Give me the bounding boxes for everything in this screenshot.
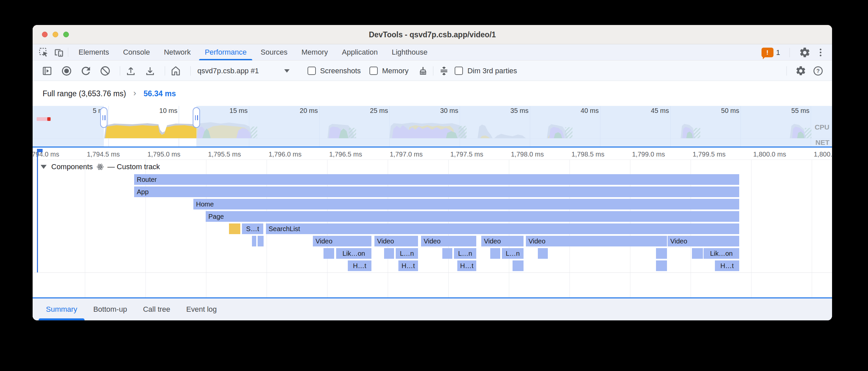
flame-bar-page[interactable]: Page: [206, 211, 739, 222]
flame-bar[interactable]: [323, 248, 334, 259]
memory-checkbox[interactable]: [369, 66, 378, 75]
ruler-tick-label: 1,796.0 ms: [269, 150, 302, 158]
flame-bar-video[interactable]: Video: [421, 236, 476, 247]
detail-time-ruler: 1,794.0 ms1,794.5 ms1,795.0 ms1,795.5 ms…: [33, 147, 832, 160]
flame-bar-home[interactable]: Home: [193, 199, 739, 209]
flame-bar-likon[interactable]: Lik…on: [336, 248, 371, 259]
capture-settings-gear-icon[interactable]: [795, 65, 807, 77]
tab-application[interactable]: Application: [335, 44, 385, 60]
devtools-tabbar: ElementsConsoleNetworkPerformanceSources…: [33, 44, 832, 61]
upload-profile-icon[interactable]: [125, 65, 137, 77]
components-track-header[interactable]: Components — Custom track: [41, 163, 160, 171]
flame-bar-ht[interactable]: H…t: [457, 260, 476, 271]
window-handle-right[interactable]: [193, 107, 200, 128]
download-profile-icon[interactable]: [144, 65, 156, 77]
minimap-tick-label: 55 ms: [777, 107, 809, 115]
flame-bar-ht[interactable]: H…t: [348, 260, 371, 271]
bottom-tab-summary[interactable]: Summary: [38, 298, 85, 320]
svg-text:?: ?: [816, 68, 820, 74]
memory-checkbox-group[interactable]: Memory: [369, 66, 408, 75]
window-handle-left[interactable]: [100, 107, 107, 128]
clear-icon[interactable]: [99, 65, 111, 77]
issues-count: 1: [776, 48, 780, 57]
toggle-sidebar-icon[interactable]: [41, 65, 53, 77]
screenshots-checkbox[interactable]: [308, 66, 316, 75]
screenshots-checkbox-group[interactable]: Screenshots: [308, 66, 361, 75]
selected-range-crumb[interactable]: 56.34 ms: [144, 89, 176, 98]
tab-sources[interactable]: Sources: [254, 44, 294, 60]
settings-gear-icon[interactable]: [799, 47, 810, 58]
flame-bar-ht[interactable]: H…t: [715, 260, 739, 271]
bottom-tabbar: SummaryBottom-upCall treeEvent log: [33, 297, 832, 320]
minimap-tick-label: 45 ms: [637, 107, 669, 115]
flame-bar-video[interactable]: Video: [526, 236, 667, 247]
flame-bar-ln[interactable]: L…n: [502, 248, 524, 259]
tab-elements[interactable]: Elements: [71, 44, 116, 60]
flame-bar[interactable]: [258, 236, 264, 247]
ruler-tick-label: 1,794.0 ms: [33, 150, 59, 158]
home-icon[interactable]: [170, 65, 182, 77]
inspect-element-icon[interactable]: [38, 47, 49, 58]
memory-label: Memory: [382, 66, 408, 75]
separator: [165, 66, 165, 76]
page-selector-dropdown[interactable]: qsvd7p.csb.app #1: [197, 66, 289, 75]
dim-3rd-parties-checkbox-group[interactable]: Dim 3rd parties: [455, 66, 517, 75]
page-selector-value: qsvd7p.csb.app #1: [197, 66, 259, 75]
flame-bar[interactable]: [252, 236, 256, 247]
flame-bar-st[interactable]: S…t: [242, 224, 263, 234]
toolbar-right-cluster: ?: [785, 65, 824, 77]
flame-bar[interactable]: [656, 248, 667, 259]
help-icon[interactable]: ?: [812, 65, 824, 77]
flame-gridline: [812, 160, 812, 297]
flame-bar-video[interactable]: Video: [313, 236, 371, 247]
flame-bar-video[interactable]: Video: [668, 236, 739, 247]
collapse-triangle-icon[interactable]: [41, 165, 46, 169]
performance-toolbar: qsvd7p.csb.app #1 Screenshots Memory: [33, 61, 832, 81]
bottom-tab-event-log[interactable]: Event log: [178, 298, 225, 320]
tab-memory[interactable]: Memory: [294, 44, 335, 60]
window-title: DevTools - qsvd7p.csb.app/video/1: [33, 25, 832, 44]
bottom-tab-bottom-up[interactable]: Bottom-up: [85, 298, 135, 320]
flame-chart-area[interactable]: Components — Custom track RouterAppHomeP…: [33, 160, 832, 297]
flame-bar[interactable]: [513, 260, 524, 271]
reload-record-icon[interactable]: [80, 65, 92, 77]
flame-bar[interactable]: [692, 248, 703, 259]
collapse-rows-icon[interactable]: [438, 65, 450, 77]
flame-bar-ln[interactable]: L…n: [396, 248, 418, 259]
minimap-tick-label: 10 ms: [146, 107, 177, 115]
bottom-tab-call-tree[interactable]: Call tree: [135, 298, 178, 320]
timeline-overview[interactable]: 5 ms10 ms15 ms20 ms25 ms30 ms35 ms40 ms4…: [33, 106, 832, 147]
flame-bar[interactable]: [229, 224, 240, 234]
flame-bar-app[interactable]: App: [134, 187, 739, 197]
react-atom-icon: [96, 163, 104, 171]
ruler-tick-label: 1,799.5 ms: [692, 150, 725, 158]
flame-bar[interactable]: [656, 260, 667, 271]
flame-bar-ln[interactable]: L…n: [454, 248, 476, 259]
tab-console[interactable]: Console: [116, 44, 157, 60]
flame-bar[interactable]: [384, 248, 394, 259]
dim-3rd-parties-checkbox[interactable]: [455, 66, 463, 75]
device-toolbar-icon[interactable]: [53, 47, 65, 58]
devtools-tabs: ElementsConsoleNetworkPerformanceSources…: [71, 44, 435, 60]
flame-bar-searchlist[interactable]: SearchList: [266, 224, 739, 234]
tab-performance[interactable]: Performance: [198, 44, 254, 60]
flame-bar[interactable]: [442, 248, 452, 259]
ruler-tick-label: 1,794.5 ms: [87, 150, 120, 158]
record-icon[interactable]: [61, 65, 72, 77]
flame-bar-likon[interactable]: Lik…on: [704, 248, 739, 259]
more-options-icon[interactable]: [816, 47, 825, 58]
flame-bar-router[interactable]: Router: [134, 174, 739, 185]
flame-bar-video[interactable]: Video: [481, 236, 524, 247]
flame-bar[interactable]: [490, 248, 500, 259]
full-range-crumb[interactable]: Full range (3,653.76 ms): [42, 89, 126, 98]
minimap-tick-label: 35 ms: [497, 107, 529, 115]
track-bottom-border: [33, 273, 832, 273]
flame-bar-ht[interactable]: H…t: [398, 260, 418, 271]
tab-network[interactable]: Network: [157, 44, 198, 60]
garbage-collect-icon[interactable]: [417, 65, 429, 77]
flame-bar[interactable]: [538, 248, 548, 259]
titlebar[interactable]: DevTools - qsvd7p.csb.app/video/1: [33, 25, 832, 44]
flame-bar-video[interactable]: Video: [374, 236, 418, 247]
issues-counter[interactable]: ! 1: [762, 48, 780, 57]
tab-lighthouse[interactable]: Lighthouse: [385, 44, 435, 60]
